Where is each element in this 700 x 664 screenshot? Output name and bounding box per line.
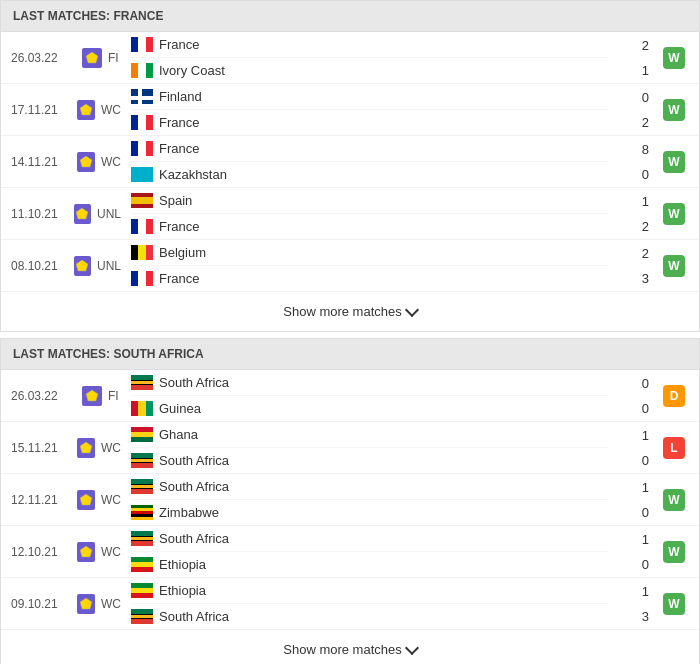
scores-column: 1 0 <box>609 475 649 525</box>
match-date: 26.03.22 <box>11 51 76 65</box>
svg-marker-9 <box>80 598 92 609</box>
chevron-down-icon <box>405 641 419 655</box>
match-row: 11.10.21 UNL Spain France 1 2 <box>1 188 699 240</box>
match-row: 26.03.22 FI France Ivory Coast 2 1 <box>1 32 699 84</box>
team-line: Ethiopia <box>131 578 609 604</box>
ivory-coast-flag <box>131 63 153 78</box>
france-flag <box>131 271 153 286</box>
competition-label: WC <box>101 493 121 507</box>
result-badge-column: W <box>649 255 699 277</box>
team-name: France <box>159 271 199 286</box>
match-date: 08.10.21 <box>11 259 68 273</box>
match-date: 11.10.21 <box>11 207 68 221</box>
match-row: 14.11.21 WC France Kazakhstan 8 0 <box>1 136 699 188</box>
teams-column: Spain France <box>131 188 609 239</box>
score: 1 <box>642 579 649 604</box>
svg-marker-6 <box>80 442 92 453</box>
south-africa-section: LAST MATCHES: SOUTH AFRICA 26.03.22 FI S… <box>0 338 700 664</box>
result-badge-column: W <box>649 489 699 511</box>
result-badge: W <box>663 541 685 563</box>
score: 2 <box>642 214 649 239</box>
team-line: France <box>131 136 609 162</box>
score: 0 <box>642 162 649 187</box>
belgium-flag <box>131 245 153 260</box>
svg-marker-1 <box>80 104 92 115</box>
team-name: South Africa <box>159 479 229 494</box>
kazakhstan-flag <box>131 167 153 182</box>
team-name: France <box>159 219 199 234</box>
team-line: Ivory Coast <box>131 58 609 83</box>
show-more-france-button[interactable]: Show more matches <box>1 292 699 331</box>
south-africa-flag <box>131 609 153 624</box>
team-line: Ghana <box>131 422 609 448</box>
score: 3 <box>642 604 649 629</box>
team-name: France <box>159 141 199 156</box>
scores-column: 1 2 <box>609 189 649 239</box>
result-badge: L <box>663 437 685 459</box>
match-meta: 26.03.22 FI <box>1 48 131 68</box>
competition-icon <box>77 594 95 614</box>
ghana-flag <box>131 427 153 442</box>
score: 1 <box>642 527 649 552</box>
team-line: South Africa <box>131 448 609 473</box>
score: 0 <box>642 500 649 525</box>
team-name: South Africa <box>159 375 229 390</box>
result-badge-column: W <box>649 47 699 69</box>
show-more-label: Show more matches <box>283 304 402 319</box>
spain-flag <box>131 193 153 208</box>
ethiopia-flag <box>131 557 153 572</box>
france-flag <box>131 115 153 130</box>
scores-column: 0 2 <box>609 85 649 135</box>
page-container: LAST MATCHES: FRANCE 26.03.22 FI France … <box>0 0 700 664</box>
match-date: 12.10.21 <box>11 545 71 559</box>
competition-icon <box>77 100 95 120</box>
match-meta: 12.11.21 WC <box>1 490 131 510</box>
team-name: Zimbabwe <box>159 505 219 520</box>
result-badge-column: W <box>649 593 699 615</box>
france-flag <box>131 219 153 234</box>
team-line: South Africa <box>131 526 609 552</box>
competition-icon <box>82 386 102 406</box>
south-africa-flag <box>131 479 153 494</box>
zimbabwe-flag <box>131 505 153 520</box>
match-date: 26.03.22 <box>11 389 76 403</box>
competition-label: UNL <box>97 207 121 221</box>
result-badge-column: W <box>649 541 699 563</box>
competition-label: FI <box>108 51 119 65</box>
team-line: France <box>131 32 609 58</box>
svg-marker-7 <box>80 494 92 505</box>
team-name: Kazakhstan <box>159 167 227 182</box>
france-section-header: LAST MATCHES: FRANCE <box>1 1 699 32</box>
competition-icon <box>77 152 95 172</box>
finland-flag <box>131 89 153 104</box>
south-africa-section-header: LAST MATCHES: SOUTH AFRICA <box>1 339 699 370</box>
svg-marker-2 <box>80 156 92 167</box>
team-name: South Africa <box>159 453 229 468</box>
team-name: South Africa <box>159 531 229 546</box>
team-line: Spain <box>131 188 609 214</box>
teams-column: South Africa Guinea <box>131 370 609 421</box>
match-date: 09.10.21 <box>11 597 71 611</box>
team-name: Ethiopia <box>159 583 206 598</box>
team-line: Ethiopia <box>131 552 609 577</box>
score: 8 <box>642 137 649 162</box>
team-line: France <box>131 266 609 291</box>
show-more-sa-button[interactable]: Show more matches <box>1 630 699 664</box>
competition-label: WC <box>101 597 121 611</box>
score: 1 <box>642 189 649 214</box>
team-line: Belgium <box>131 240 609 266</box>
score: 0 <box>642 371 649 396</box>
team-line: South Africa <box>131 474 609 500</box>
show-more-label: Show more matches <box>283 642 402 657</box>
result-badge: W <box>663 151 685 173</box>
team-line: South Africa <box>131 604 609 629</box>
result-badge: D <box>663 385 685 407</box>
team-line: Finland <box>131 84 609 110</box>
team-name: France <box>159 37 199 52</box>
competition-label: WC <box>101 155 121 169</box>
result-badge: W <box>663 47 685 69</box>
match-meta: 08.10.21 UNL <box>1 256 131 276</box>
scores-column: 1 0 <box>609 423 649 473</box>
result-badge-column: W <box>649 151 699 173</box>
teams-column: Ghana South Africa <box>131 422 609 473</box>
